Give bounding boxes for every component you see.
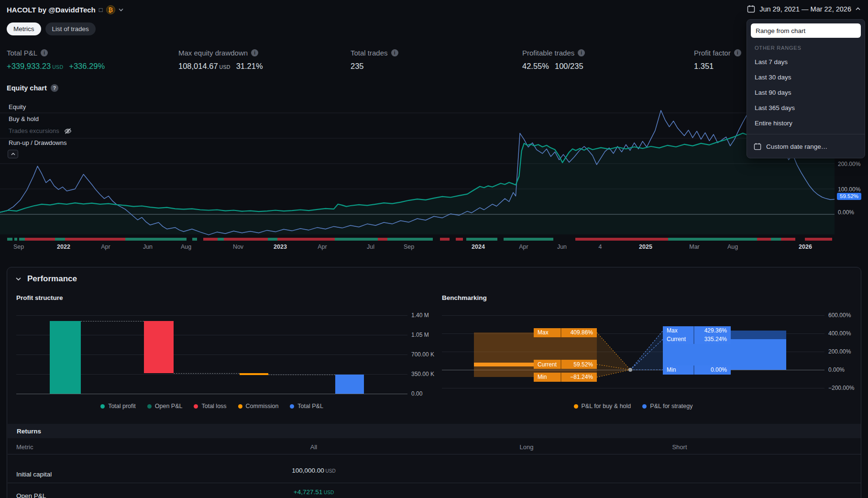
returns-section-header: Returns: [8, 424, 861, 438]
strategy-tester-page: HACOLT by @DaviddTech □ ₿ Jun 29, 2021 —…: [0, 0, 868, 498]
x-axis-tick: Jul: [356, 243, 385, 250]
y-axis-label: −200.00%: [828, 385, 854, 391]
gridline: [16, 394, 407, 394]
performance-header[interactable]: Performance: [16, 274, 77, 284]
row-value-all: +4,727.51 USD: [218, 488, 409, 496]
winning-trades-segment: [192, 238, 197, 241]
losing-trades-segment: [25, 238, 55, 241]
metric-max-equity-drawdown: Max equity drawdowni108,014.67USD31.21%: [178, 49, 263, 71]
legend-item-total-profit[interactable]: Total profit: [100, 403, 136, 409]
view-tabs: Metrics List of trades: [7, 22, 96, 35]
metric-value: 1.351: [694, 62, 741, 71]
bar-commission[interactable]: [240, 373, 268, 375]
bar-total-loss[interactable]: [144, 321, 174, 373]
bar-total-profit[interactable]: [50, 321, 81, 394]
info-icon[interactable]: i: [41, 49, 48, 56]
tab-list-of-trades[interactable]: List of trades: [45, 22, 96, 35]
winning-trades-segment: [19, 238, 25, 241]
menu-item-last-365-days[interactable]: Last 365 days: [747, 100, 865, 115]
x-axis-tick: 2025: [631, 243, 660, 250]
y-axis-label: 0.00%: [838, 209, 854, 216]
x-axis-tick: Jun: [133, 243, 162, 250]
x-axis-tick: 4: [586, 243, 615, 250]
losing-trades-segment: [781, 238, 795, 241]
legend-item-commission[interactable]: Commission: [238, 403, 279, 409]
metric-label: Total tradesi: [351, 49, 398, 57]
menu-item-last-30-days[interactable]: Last 30 days: [747, 69, 865, 85]
date-range-text: Jun 29, 2021 — Mar 22, 2026: [759, 5, 851, 13]
menu-item-last-7-days[interactable]: Last 7 days: [747, 54, 865, 69]
legend-item-p-l-for-buy-hold[interactable]: P&L for buy & hold: [574, 403, 631, 409]
legend-item-total-loss[interactable]: Total loss: [194, 403, 226, 409]
strategy-title: HACOLT by @DaviddTech: [7, 6, 96, 14]
metric-profitable-trades: Profitable tradesi42.55%100/235: [522, 49, 585, 71]
menu-item-entire-history[interactable]: Entire history: [747, 115, 865, 131]
profit-structure-legend: Total profitOpen P&LTotal lossCommission…: [16, 403, 407, 409]
info-icon[interactable]: i: [391, 49, 398, 56]
divider: [747, 134, 865, 134]
y-axis-label: 350.00 K: [411, 371, 434, 377]
missing-glyph: □: [99, 6, 103, 13]
row-value-all: 100,000.00 USD: [218, 467, 409, 474]
y-axis-label: 200.00%: [828, 348, 851, 355]
info-icon[interactable]: i: [251, 49, 258, 56]
metric-label: Profitable tradesi: [522, 49, 585, 57]
metric-value: 42.55%100/235: [522, 62, 585, 71]
x-axis-tick: 2022: [49, 243, 78, 250]
metric-value: 235: [351, 62, 398, 71]
calendar-icon: [747, 5, 755, 13]
winning-trades-segment: [504, 238, 553, 241]
other-ranges-group-label: OTHER RANGES: [747, 38, 865, 54]
y-axis-label: 100.00%: [838, 186, 860, 193]
legend-item-open-p-l[interactable]: Open P&L: [147, 403, 183, 409]
equity-legend-equity[interactable]: Equity: [7, 103, 28, 111]
info-icon[interactable]: i: [734, 49, 741, 56]
losing-trades-segment: [277, 238, 335, 241]
date-range-control[interactable]: Jun 29, 2021 — Mar 22, 2026: [747, 5, 860, 13]
legend-item-p-l-for-strategy[interactable]: P&L for strategy: [642, 403, 692, 409]
legend-item-total-p-l[interactable]: Total P&L: [290, 403, 323, 409]
menu-item-last-90-days[interactable]: Last 90 days: [747, 85, 865, 100]
strategy-title-group[interactable]: HACOLT by @DaviddTech □ ₿: [7, 5, 123, 14]
x-axis-tick: Apr: [308, 243, 337, 250]
winning-trades-segment: [387, 238, 433, 241]
winning-trades-segment: [466, 238, 497, 241]
y-axis-label: 200.00%: [838, 161, 860, 167]
x-axis-tick: 2023: [266, 243, 295, 250]
x-axis-tick: Nov: [224, 243, 253, 250]
eye-off-icon[interactable]: [64, 128, 72, 134]
x-axis-tick: Aug: [718, 243, 747, 250]
x-axis-tick: Sep: [395, 243, 423, 250]
chevron-up-icon: [856, 7, 860, 11]
range-options: Last 7 daysLast 30 daysLast 90 daysLast …: [747, 54, 865, 131]
strategy-current-badge: Current335.24%: [663, 335, 731, 344]
legend-dot: [642, 404, 647, 409]
equity-legend-buy-hold[interactable]: Buy & hold: [7, 115, 41, 123]
winning-trades-segment: [335, 238, 378, 241]
buy-hold-range-box[interactable]: [474, 332, 597, 377]
legend-dot: [100, 404, 105, 409]
gridline: [442, 315, 824, 316]
equity-legend-run-up-drawdowns[interactable]: Run-up / Drawdowns: [7, 139, 68, 147]
x-axis-tick: Aug: [172, 243, 200, 250]
collapse-chart-button[interactable]: [8, 150, 18, 158]
winning-trades-segment: [55, 238, 65, 241]
performance-title: Performance: [27, 274, 77, 284]
info-icon[interactable]: i: [578, 49, 585, 56]
y-axis-label: 1.40 M: [411, 312, 429, 319]
benchmarking-title: Benchmarking: [442, 294, 487, 301]
menu-item-range-from-chart[interactable]: Range from chart: [751, 23, 861, 38]
benchmarking-legend: P&L for buy & holdP&L for strategy: [442, 403, 824, 409]
menu-item-custom-date-range[interactable]: Custom date range…: [747, 138, 865, 155]
y-axis-label: 0.00: [411, 390, 422, 397]
x-axis-tick: Mar: [680, 243, 709, 250]
bar-total-p-l[interactable]: [335, 375, 364, 394]
equity-legend-trades-excursions[interactable]: Trades excursions: [7, 127, 74, 135]
metric-value: +339,933.23USD+336.29%: [7, 62, 105, 71]
tab-metrics[interactable]: Metrics: [7, 22, 41, 35]
metric-total-p-l: Total P&Li+339,933.23USD+336.29%: [7, 49, 105, 71]
x-axis-tick: 2024: [464, 243, 493, 250]
equity-chart-plot[interactable]: [0, 90, 835, 241]
metric-total-trades: Total tradesi235: [351, 49, 398, 71]
losing-trades-segment: [378, 238, 387, 241]
